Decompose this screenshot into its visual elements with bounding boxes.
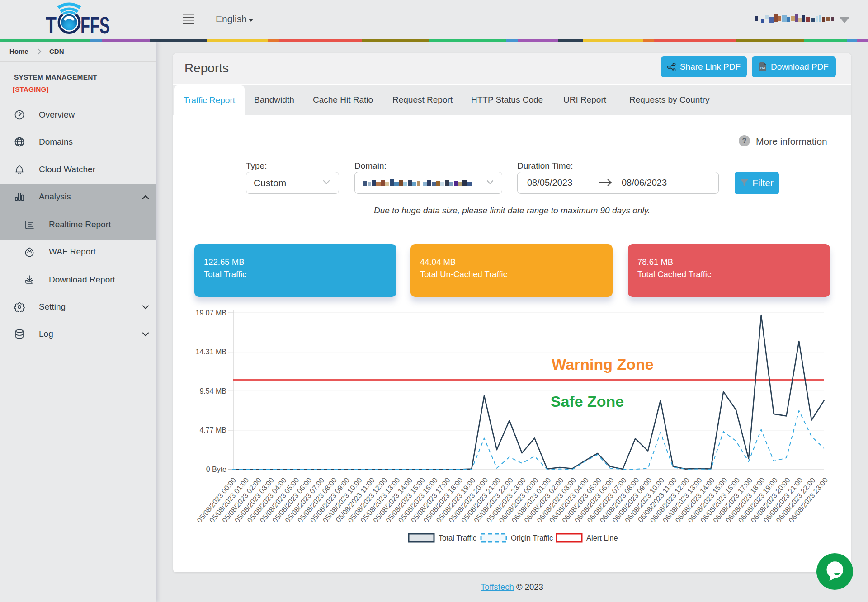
svg-text:Total Traffic: Total Traffic (439, 534, 476, 542)
svg-text:4.77 MB: 4.77 MB (199, 426, 226, 434)
svg-text:PDF: PDF (760, 66, 766, 69)
svg-text:9.54 MB: 9.54 MB (199, 387, 226, 395)
svg-text:T: T (46, 12, 57, 38)
svg-text:Safe Zone: Safe Zone (551, 393, 624, 410)
svg-text:19.07 MB: 19.07 MB (196, 309, 226, 317)
svg-text:Warning Zone: Warning Zone (552, 356, 653, 373)
svg-text:Alert Line: Alert Line (586, 534, 618, 542)
svg-text:0 Byte: 0 Byte (206, 466, 226, 473)
svg-text:Origin Traffic: Origin Traffic (511, 534, 553, 542)
svg-text:FFS: FFS (80, 12, 110, 38)
svg-text:14.31 MB: 14.31 MB (196, 348, 226, 356)
